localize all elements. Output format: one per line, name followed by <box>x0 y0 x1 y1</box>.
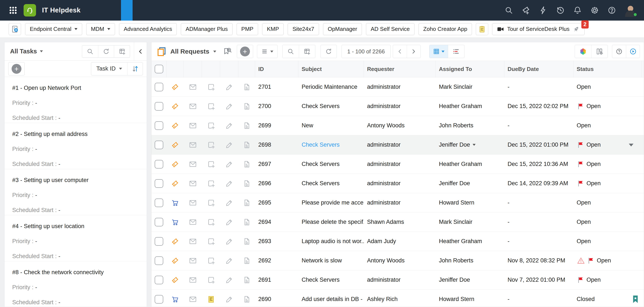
request-assignee[interactable]: John Roberts <box>439 122 474 129</box>
grid-view-toggle[interactable] <box>430 45 448 58</box>
edit-pencil-icon[interactable] <box>225 237 234 246</box>
incident-ticket-icon[interactable] <box>171 83 179 91</box>
column-header-requester[interactable]: Requester <box>364 61 436 77</box>
row-checkbox[interactable] <box>155 83 163 91</box>
nav-menu-item[interactable] <box>121 0 132 20</box>
service-cart-icon[interactable] <box>171 218 179 226</box>
prev-page-icon[interactable] <box>393 45 407 58</box>
add-note-icon[interactable] <box>207 102 216 111</box>
integration-app-button[interactable]: AD Self Service <box>366 23 414 35</box>
email-icon[interactable] <box>188 121 197 130</box>
select-all-checkbox[interactable] <box>155 65 163 73</box>
row-checkbox[interactable] <box>155 256 163 265</box>
edit-pencil-icon[interactable] <box>225 141 234 149</box>
incident-ticket-icon[interactable] <box>171 122 179 130</box>
tasks-view-selector[interactable]: All Tasks <box>10 48 43 55</box>
request-row[interactable]: 2700 Check Servers administrator Heather… <box>152 97 644 116</box>
edit-pencil-icon[interactable] <box>225 295 234 304</box>
request-assignee[interactable]: Jeniffer Doe <box>439 277 470 283</box>
request-subject-link[interactable]: Add user details in DB - ... <box>302 296 364 303</box>
add-note-icon[interactable] <box>207 141 216 149</box>
email-icon[interactable] <box>188 218 197 226</box>
column-header-assigned[interactable]: Assigned To <box>436 61 504 77</box>
collapse-panel-icon[interactable] <box>134 42 147 60</box>
request-row[interactable]: 2694 Please delete the specif... Shawn A… <box>152 213 644 232</box>
request-assignee[interactable]: Heather Graham <box>439 103 482 110</box>
integration-app-button[interactable]: OpManager <box>323 23 362 35</box>
document-icon[interactable] <box>243 160 251 168</box>
note-icon[interactable] <box>207 295 215 303</box>
add-note-icon[interactable] <box>207 276 216 284</box>
request-row[interactable]: 2695 Please provide me acce... administr… <box>152 193 644 213</box>
email-icon[interactable] <box>188 83 197 91</box>
add-note-icon[interactable] <box>207 237 216 246</box>
nav-menu-item[interactable] <box>179 0 190 20</box>
request-row[interactable]: 2698 Check Servers administrator Jeniffe… <box>152 135 644 155</box>
nav-menu-item[interactable] <box>132 0 144 20</box>
row-checkbox[interactable] <box>155 102 163 111</box>
request-assignee[interactable]: Jeniffer Doe <box>439 180 470 187</box>
edit-pencil-icon[interactable] <box>225 218 234 226</box>
request-subject-link[interactable]: Check Servers <box>302 277 340 283</box>
integration-app-button[interactable]: PMP <box>236 23 258 35</box>
row-checkbox[interactable] <box>155 295 163 304</box>
add-note-icon[interactable] <box>207 256 216 265</box>
document-icon[interactable] <box>243 237 251 246</box>
document-icon[interactable] <box>243 257 251 265</box>
request-subject-link[interactable]: Network is slow <box>302 257 342 264</box>
requests-view-selector[interactable]: All Requests <box>156 46 216 56</box>
email-icon[interactable] <box>188 199 197 207</box>
history-icon[interactable] <box>556 5 565 15</box>
row-expand-icon[interactable] <box>629 144 634 146</box>
edit-pencil-icon[interactable] <box>225 276 234 284</box>
row-checkbox[interactable] <box>155 237 163 246</box>
row-checkbox[interactable] <box>155 121 163 130</box>
add-ticket-icon[interactable] <box>521 5 531 15</box>
request-row[interactable]: 2699 New Antony Woods John Roberts - Ope… <box>152 116 644 135</box>
edit-pencil-icon[interactable] <box>225 199 234 207</box>
request-assignee[interactable]: Jeniffer Doe <box>439 141 470 148</box>
color-theme-icon[interactable] <box>575 45 591 58</box>
incident-ticket-icon[interactable] <box>171 179 179 188</box>
list-menu-button[interactable] <box>257 45 278 58</box>
nav-menu-item[interactable] <box>225 0 237 20</box>
edit-pencil-icon[interactable] <box>225 83 234 91</box>
row-checkbox[interactable] <box>155 160 163 169</box>
email-icon[interactable] <box>188 237 197 246</box>
nav-menu-item[interactable] <box>144 0 156 20</box>
custom-view-search-icon[interactable] <box>223 47 232 56</box>
document-icon[interactable] <box>243 276 251 284</box>
document-icon[interactable] <box>243 122 251 130</box>
request-subject-link[interactable]: Periodic Maintenance <box>302 84 358 90</box>
request-assignee[interactable]: Howard Stern <box>439 296 474 303</box>
email-icon[interactable] <box>188 102 197 111</box>
integration-app-button[interactable]: ADManager Plus <box>181 23 232 35</box>
user-avatar[interactable] <box>624 4 637 16</box>
incident-ticket-icon[interactable] <box>171 276 179 284</box>
task-card[interactable]: #4 - Setting up user location Priority :… <box>4 215 147 261</box>
integration-app-button[interactable]: Site24x7 <box>288 23 319 35</box>
add-note-icon[interactable] <box>207 83 216 91</box>
column-header-subject[interactable]: Subject <box>298 61 364 77</box>
add-note-icon[interactable] <box>207 199 216 207</box>
request-subject-link[interactable]: Please provide me acce... <box>302 199 364 206</box>
column-header-status[interactable]: Status <box>574 61 642 77</box>
request-row[interactable]: 2701 Periodic Maintenance administrator … <box>152 77 644 97</box>
next-page-icon[interactable] <box>407 45 420 58</box>
request-row[interactable]: 2693 Laptop audio is not wor... Adam Jud… <box>152 232 644 251</box>
play-demo-icon[interactable] <box>626 45 640 58</box>
request-assignee[interactable]: Howard Stern <box>439 199 474 206</box>
note-icon[interactable] <box>476 23 488 35</box>
request-row[interactable]: 2691 Check Servers administrator Jeniffe… <box>152 270 644 290</box>
document-icon[interactable] <box>243 179 251 188</box>
row-checkbox[interactable] <box>155 276 163 284</box>
add-note-icon[interactable] <box>207 218 216 226</box>
requests-help-icon[interactable] <box>612 45 626 58</box>
nav-menu-item[interactable] <box>167 0 179 20</box>
document-icon[interactable] <box>243 218 251 226</box>
request-subject-link[interactable]: Please delete the specif... <box>302 219 364 225</box>
requests-add-column-icon[interactable] <box>299 45 315 58</box>
request-row[interactable]: 2696 Check Servers administrator Jeniffe… <box>152 174 644 193</box>
incident-ticket-icon[interactable] <box>171 102 179 110</box>
request-subject-link[interactable]: Laptop audio is not wor... <box>302 238 364 245</box>
